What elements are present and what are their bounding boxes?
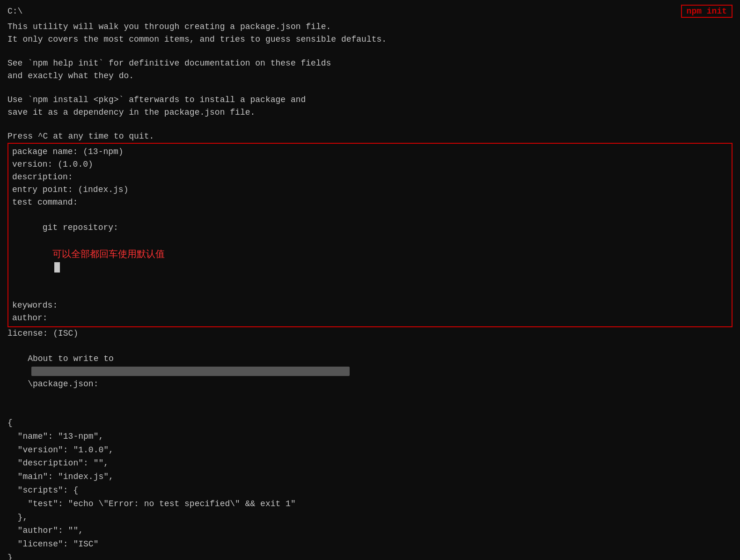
prompt-line-test: test command: — [12, 196, 728, 209]
intro-line-3: See `npm help init` for definitive docum… — [0, 57, 740, 70]
press-ctrl-c: Press ^C at any time to quit. — [0, 130, 740, 143]
prompt-line-description: description: — [12, 171, 728, 184]
intro-line-5: Use `npm install <pkg>` afterwards to in… — [0, 94, 740, 106]
path-text: C:\ — [7, 7, 22, 16]
prompt-box: package name: (13-npm) version: (1.0.0) … — [7, 143, 733, 327]
json-output: { "name": "13-npm", "version": "1.0.0", … — [0, 414, 740, 560]
json-line-10: } — [7, 551, 733, 560]
intro-line-4: and exactly what they do. — [0, 70, 740, 82]
json-line-2: "version": "1.0.0", — [7, 443, 733, 457]
prompt-line-git: git repository: 可以全部都回车使用默认值 — [12, 209, 728, 299]
json-line-7: }, — [7, 511, 733, 524]
json-line-3: "description": "", — [7, 457, 733, 470]
prompt-line-keywords: keywords: — [12, 299, 728, 312]
json-line-0: { — [7, 416, 733, 430]
intro-line-2: It only covers the most common items, an… — [0, 33, 740, 46]
json-line-4: "main": "index.js", — [7, 470, 733, 484]
prompt-line-package: package name: (13-npm) — [12, 146, 728, 158]
annotation-text: 可以全部都回车使用默认值 — [52, 249, 165, 259]
prompt-line-entry: entry point: (index.js) — [12, 184, 728, 196]
npm-init-badge: npm init — [681, 5, 733, 18]
top-bar: C:\ npm init — [0, 4, 740, 19]
prompt-line-author: author: — [12, 312, 728, 324]
json-line-6: "test": "echo \"Error: no test specified… — [7, 497, 733, 511]
json-line-8: "author": "", — [7, 524, 733, 538]
license-line: license: (ISC) — [0, 327, 740, 340]
json-line-9: "license": "ISC" — [7, 538, 733, 551]
prompt-line-version: version: (1.0.0) — [12, 158, 728, 171]
terminal-window: C:\ npm init This utility will walk you … — [0, 0, 740, 560]
intro-line-6: save it as a dependency in the package.j… — [0, 106, 740, 119]
blurred-path — [31, 367, 350, 376]
json-line-5: "scripts": { — [7, 484, 733, 497]
cursor — [54, 262, 60, 273]
about-line: About to write to \package.json: — [0, 340, 740, 403]
intro-line-1: This utility will walk you through creat… — [0, 21, 740, 33]
json-line-1: "name": "13-npm", — [7, 430, 733, 443]
